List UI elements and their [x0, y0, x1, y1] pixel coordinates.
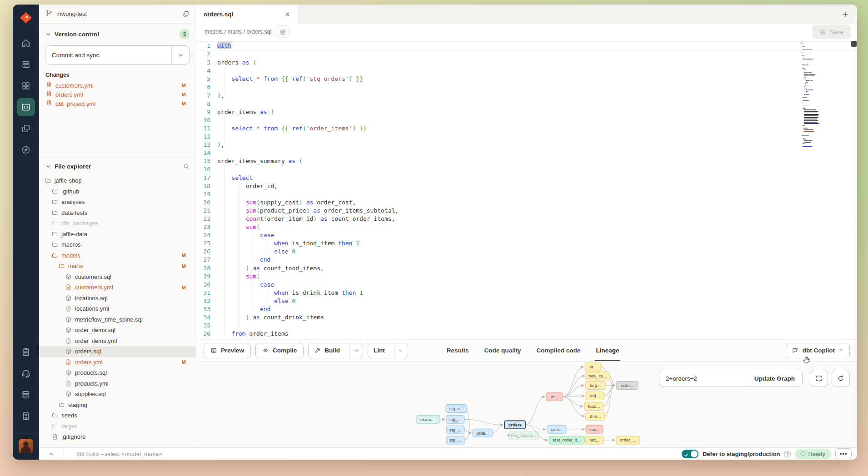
code-line-20[interactable]: 20 sum(supply_cost) as order_cost, [196, 198, 857, 207]
search-icon[interactable] [183, 163, 190, 170]
code-line-10[interactable]: 10 [196, 116, 857, 124]
lineage-panel[interactable]: ecom....stg_o...stg_...stg_...stg_...ord… [196, 361, 857, 447]
code-line-18[interactable]: 18 order_id, [196, 182, 857, 190]
update-graph-button[interactable]: Update Graph [747, 370, 802, 387]
model-selector-input[interactable] [659, 370, 747, 387]
lineage-node-stg_[interactable]: stg_... [446, 415, 464, 423]
code-line-27[interactable]: 27 end [196, 256, 857, 264]
file-tree-item-metricflow_time_spine.sql[interactable]: metricflow_time_spine.sql [39, 314, 196, 325]
code-line-28[interactable]: 28 ) as count_food_items, [196, 264, 857, 273]
compile-button[interactable]: Compile [255, 343, 304, 358]
home-icon[interactable] [17, 34, 35, 52]
expand-command-bar-button[interactable] [39, 448, 64, 460]
code-line-5[interactable]: 5 select * from {{ ref('stg_orders') }} [196, 75, 857, 83]
tab-orders-sql[interactable]: orders.sql [196, 5, 298, 24]
code-line-9[interactable]: 9order_items as ( [196, 108, 857, 116]
close-icon[interactable] [284, 11, 290, 17]
command-input[interactable]: dbt build --select <model_name> [76, 451, 162, 457]
code-line-13[interactable]: 13), [196, 141, 857, 149]
code-line-22[interactable]: 22 count(order_item_id) as count_order_i… [196, 215, 857, 223]
code-line-7[interactable]: 7), [196, 92, 857, 100]
code-line-34[interactable]: 34 ) as count_drink_items [196, 313, 857, 322]
commit-and-sync-button[interactable]: Commit and sync [45, 45, 190, 64]
build-button[interactable]: Build [308, 343, 363, 358]
file-tree-item-.gitignore[interactable]: .gitignore [39, 431, 196, 442]
lineage-node-larg[interactable]: larg... [585, 382, 605, 390]
code-line-30[interactable]: 30 case [196, 281, 857, 289]
tab-lineage[interactable]: Lineage [588, 340, 627, 362]
commit-options-chevron[interactable] [171, 46, 190, 64]
lineage-node-ord[interactable]: ord... [585, 436, 604, 444]
file-tree-item-customers.yml[interactable]: customers.ymlM [39, 282, 196, 293]
changed-file-dbt_project.yml[interactable]: dbt_project.ymlM [39, 99, 196, 108]
lineage-node-new_cu[interactable]: new_cu... [586, 372, 609, 380]
defer-toggle[interactable] [682, 450, 698, 458]
file-tree-item-seeds[interactable]: seeds [39, 410, 196, 421]
code-line-4[interactable]: 4 [196, 67, 857, 75]
code-line-25[interactable]: 25 when is_food_item then 1 [196, 239, 857, 248]
file-tree-item-.github[interactable]: .github [39, 186, 196, 197]
code-line-6[interactable]: 6 [196, 83, 857, 91]
explore-icon[interactable] [17, 77, 35, 95]
fullscreen-icon[interactable] [810, 370, 828, 387]
docs-icon[interactable] [17, 141, 35, 159]
code-line-3[interactable]: 3orders as ( [196, 59, 857, 67]
changelog-icon[interactable] [17, 343, 35, 361]
lineage-node-orde[interactable]: orde... [473, 429, 493, 437]
file-tree-item-analyses[interactable]: analyses [39, 197, 196, 208]
file-tree-item-marts[interactable]: martsM [39, 261, 196, 272]
lineage-compass-icon[interactable] [276, 25, 289, 38]
code-line-23[interactable]: 23 sum( [196, 223, 857, 231]
lineage-node-or[interactable]: or... [546, 393, 563, 401]
file-tree-item-orders.sql[interactable]: orders.sql [39, 346, 196, 357]
version-control-header[interactable]: Version control 3 [39, 24, 196, 43]
file-tree-item-order_items.sql[interactable]: order_items.sql [39, 325, 196, 336]
code-line-29[interactable]: 29 sum( [196, 273, 857, 281]
editor-minimap[interactable] [802, 43, 832, 149]
lineage-node-cust[interactable]: cust... [547, 425, 566, 433]
file-tree-item-target[interactable]: target [39, 421, 196, 432]
code-line-16[interactable]: 16 [196, 165, 857, 174]
tab-compiled-code[interactable]: Compiled code [529, 340, 589, 362]
code-line-36[interactable]: 36 from order_items [196, 330, 857, 338]
file-tree-item-staging[interactable]: staging [39, 400, 196, 411]
lineage-node-test_supply[interactable]: test_supply... [509, 431, 539, 439]
dbt-copilot-button[interactable]: dbt Copilot [786, 343, 850, 358]
lineage-node-ord[interactable]: ord... [586, 392, 604, 400]
code-line-32[interactable]: 32 else 0 [196, 297, 857, 305]
lineage-node-test_order_it[interactable]: test_order_it... [549, 436, 584, 444]
file-tree-item-dbt_packages[interactable]: dbt_packages [39, 218, 196, 229]
code-line-19[interactable]: 19 [196, 190, 857, 198]
file-tree-item-customers.sql[interactable]: customers.sql [39, 272, 196, 283]
user-avatar[interactable] [19, 439, 33, 453]
lineage-node-cus[interactable]: cus... [586, 425, 603, 433]
lineage-node-order_[interactable]: order_... [616, 436, 640, 444]
deploy-jobs-icon[interactable] [17, 55, 35, 74]
code-line-26[interactable]: 26 else 0 [196, 248, 857, 256]
file-tree-item-orders.yml[interactable]: orders.ymlM [39, 357, 196, 368]
file-tree-item-jaffle-shop[interactable]: jaffle-shop [39, 175, 196, 186]
preview-button[interactable]: Preview [204, 343, 251, 358]
build-options-chevron[interactable] [349, 343, 363, 358]
file-tree-item-order_items.yml[interactable]: order_items.yml [39, 336, 196, 347]
help-icon[interactable]: ? [784, 451, 791, 457]
more-options-button[interactable]: ••• [835, 448, 852, 459]
code-line-14[interactable]: 14 [196, 149, 857, 157]
code-line-21[interactable]: 21 sum(product_price) as order_items_sub… [196, 207, 857, 215]
code-line-31[interactable]: 31 when is_drink_item then 1 [196, 289, 857, 297]
develop-ide-icon[interactable] [17, 98, 35, 116]
notebook-icon[interactable] [17, 386, 35, 404]
tab-code-quality[interactable]: Code quality [477, 340, 529, 362]
code-line-1[interactable]: 1with [196, 41, 857, 50]
code-line-24[interactable]: 24 case [196, 231, 857, 239]
file-tree-item-models[interactable]: modelsM [39, 250, 196, 261]
file-tree-item-data-tests[interactable]: data-tests [39, 208, 196, 218]
code-line-12[interactable]: 12 [196, 133, 857, 141]
code-editor[interactable]: 1with23orders as (45 select * from {{ re… [196, 40, 857, 339]
new-tab-button[interactable]: + [839, 8, 852, 20]
code-line-35[interactable]: 35 [196, 322, 857, 330]
lineage-node-drin[interactable]: drin... [586, 412, 605, 420]
save-button[interactable]: Save [812, 25, 851, 39]
code-line-2[interactable]: 2 [196, 50, 857, 59]
lineage-node-orders[interactable]: orders [504, 421, 525, 429]
